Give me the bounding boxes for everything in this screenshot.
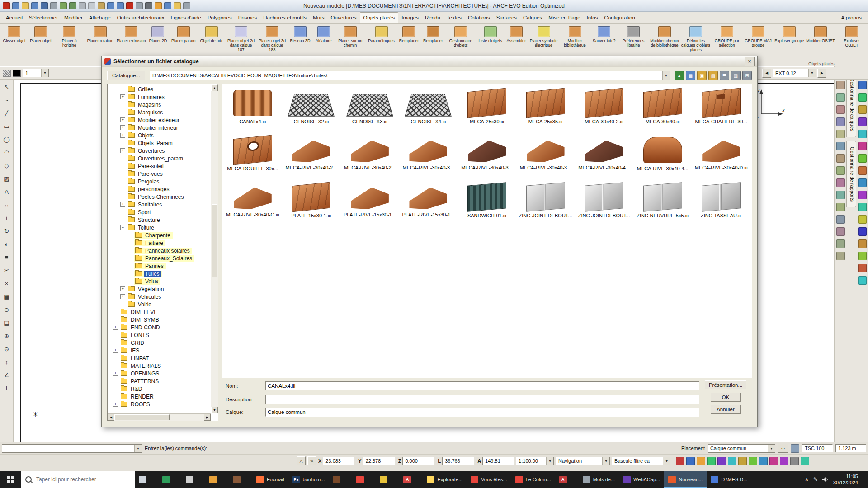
coordinate-field[interactable]: Z 0.000 [398,457,434,465]
tree-folder-item[interactable]: Marquises [108,108,211,116]
catalog-file-item[interactable]: MECA-CHATIERE-30... [692,86,750,133]
chevron-down-icon[interactable]: ▼ [662,71,670,80]
panel-tool-icon[interactable] [858,166,867,175]
panel-tab[interactable]: Gestionnaire de rapports [846,141,856,207]
status-tool-icon[interactable] [697,457,705,465]
menu-item[interactable]: Accueil [3,13,26,23]
navigation-mode-combo[interactable]: Navigation▼ [556,457,610,465]
grid-tool-icon[interactable]: ▦ [2,292,11,301]
select-tool-icon[interactable]: ↖ [2,82,11,91]
hatch-pattern-icon[interactable] [3,70,11,77]
taskbar-app-button[interactable] [182,471,205,488]
save-icon[interactable] [31,2,38,9]
coordinate-field[interactable]: Y 22.378 [358,457,394,465]
line-style-combo[interactable]: EXT 0.12▼ [773,69,816,77]
catalog-file-item[interactable]: ZINC-TASSEAU.iii [692,180,750,227]
catalog-file-item[interactable]: MECA-RIVE-30x40-3... [399,133,458,180]
tree-folder-item[interactable]: personnages [108,185,211,193]
scroll-left-icon[interactable]: ◀ [108,414,114,421]
taskbar-app-button[interactable]: A [399,471,423,488]
scroll-down-icon[interactable]: ▼ [211,407,218,413]
taskbar-app-button[interactable]: A [555,471,579,488]
tree-folder-item[interactable]: Pare-soleil [108,162,211,170]
save-all-icon[interactable] [41,2,48,9]
coord-edit-icon[interactable]: ✎ [307,456,316,465]
tree-vertical-scrollbar[interactable]: ▲ ▼ [211,84,218,413]
tree-folder-item[interactable]: DIM_LEVL [108,308,211,316]
tree-folder-item[interactable]: Panneaux_Solaires [108,254,211,262]
ribbon-button[interactable]: Placer rotation [85,25,115,44]
tree-folder-item[interactable]: Sanitaires [108,201,211,208]
scrollbar-thumb[interactable] [212,204,217,277]
tree-folder-item[interactable]: Ouvertures [108,147,211,155]
catalog-file-item[interactable]: MECA-RIVE-30x40-G.iii [223,180,282,227]
freehand-tool-icon[interactable]: ~ [2,95,11,104]
command-input-combo[interactable]: ▼ [2,444,142,453]
ribbon-button[interactable]: Modifier bibliothèque [560,25,590,48]
active-layer-combo[interactable]: Calque commun▼ [708,444,775,453]
coordinate-field[interactable]: X 23.083 [318,457,354,465]
tree-folder-item[interactable]: Toiture [108,224,211,231]
ribbon-button[interactable]: Aléatoire [313,25,335,44]
ribbon-button[interactable]: GROUPE MAJ groupe [743,25,774,48]
close-icon[interactable]: × [745,57,755,66]
taskbar-app-button[interactable]: D:\MES D... [707,471,751,488]
tree-folder-item[interactable]: OPENINGS [108,370,211,377]
snap-tool-icon[interactable]: ⊙ [2,305,11,314]
status-tool-icon[interactable] [676,457,684,465]
rail-tool-icon[interactable] [836,215,845,224]
catalog-file-item[interactable]: MECA-30x40.iii [633,86,692,133]
stop-icon[interactable] [126,2,133,9]
menu-item[interactable]: Calques [520,13,545,23]
panel-tab[interactable]: Gestionnaire de calques [846,72,856,137]
catalog-file-item[interactable]: MECA-RIVE-30x40-2... [340,133,399,180]
menu-item[interactable]: Sélectionner [26,13,61,23]
tray-expand-icon[interactable]: ∧ [805,476,809,483]
chevron-down-icon[interactable]: ▼ [663,457,670,465]
scrollbar-thumb[interactable] [114,414,170,420]
dimension-tool-icon[interactable]: ↔ [2,200,11,209]
current-color-swatch[interactable] [13,70,21,77]
tools-icon[interactable] [136,2,143,9]
rail-tool-icon[interactable] [836,203,845,211]
catalog-file-item[interactable]: GENOISE-X3.iii [340,86,399,133]
scroll-up-icon[interactable]: ▲ [211,84,218,91]
scroll-right-icon[interactable]: ▶ [204,414,211,421]
import-icon[interactable] [60,2,67,9]
visibility-icon[interactable] [145,2,152,9]
chevron-down-icon[interactable]: ▼ [546,457,553,465]
ribbon-button[interactable]: Réseau 3D [288,25,312,44]
tree-expander-icon[interactable] [120,225,125,230]
zoom-out-tool-icon[interactable]: ⊖ [2,344,11,353]
calque-field[interactable] [265,408,699,417]
rail-tool-icon[interactable] [836,239,845,248]
taskbar-app-button[interactable] [329,471,352,488]
menu-item[interactable]: Prismes [235,13,260,23]
rail-tool-icon[interactable] [836,227,845,236]
tree-folder-item[interactable]: Panneaux solaires [108,247,211,254]
ribbon-button[interactable]: Placer symbole électrique [528,25,559,48]
menu-item[interactable]: Affichage [86,13,114,23]
taskbar-app-button[interactable]: Vous êtes... [467,471,511,488]
panel-tool-icon[interactable] [858,203,867,211]
tree-folder-item[interactable]: Pare-vues [108,170,211,178]
ribbon-button[interactable]: Modifier OBJET [805,25,836,44]
coordinate-field[interactable]: L 36.766 [438,457,474,465]
polygon-tool-icon[interactable]: ◇ [2,161,11,170]
rail-tool-icon[interactable] [836,191,845,199]
tree-expander-icon[interactable] [120,294,125,299]
taskbar-app-button[interactable]: Mots de... [579,471,619,488]
menu-item-a-propos[interactable]: A propos [838,13,865,23]
rail-tool-icon[interactable] [836,252,845,260]
paste-icon[interactable] [98,2,105,9]
rail-tool-icon[interactable] [836,117,845,126]
tree-folder-item[interactable]: Mobilier interieur [108,124,211,131]
status-tool-icon[interactable] [759,457,768,465]
panel-tool-icon[interactable] [858,105,867,114]
menu-item[interactable]: Ouvertures [328,13,360,23]
catalog-file-item[interactable]: PLATE-RIVE-15x30-1... [340,180,399,227]
dialog-title-bar[interactable]: Sélectionner un fichier catalogue × [102,56,757,67]
tree-folder-item[interactable]: MATERIALS [108,362,211,370]
rail-tool-icon[interactable] [836,105,845,114]
chevron-down-icon[interactable]: ▼ [134,445,142,452]
